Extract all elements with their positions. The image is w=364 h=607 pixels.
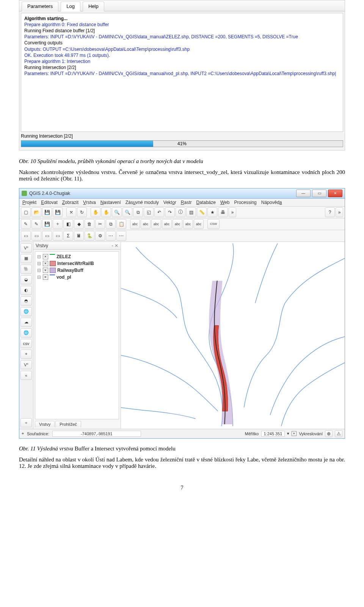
zoom-next-icon[interactable]: ↷ <box>165 207 175 217</box>
bookmark-icon[interactable]: ★ <box>207 207 217 217</box>
menu-rastr[interactable]: Rastr <box>181 200 192 205</box>
log-line: Prepare algorithm 0: Fixed distance buff… <box>24 22 340 28</box>
help-icon[interactable]: ? <box>325 207 335 217</box>
add-feature-icon[interactable]: ＋ <box>53 219 63 229</box>
maximize-button[interactable]: ▭ <box>312 190 326 197</box>
scale-dropdown-icon[interactable]: ▾ <box>287 431 289 436</box>
label-icon[interactable]: abc <box>173 219 182 229</box>
layer-row[interactable]: ⊟✕ RailwayBuff <box>37 267 117 274</box>
menubar: Projekt Editovat Zobrazit Vrstva Nastave… <box>19 199 345 207</box>
add-csv-icon[interactable]: csv <box>20 339 32 348</box>
save-icon[interactable]: 💾 <box>42 207 52 217</box>
map-canvas[interactable] <box>121 242 345 429</box>
label-icon[interactable]: abc <box>151 219 161 229</box>
menu-projekt[interactable]: Projekt <box>22 200 36 205</box>
add-wms-icon[interactable]: 🌐 <box>20 307 32 316</box>
add-gpx-icon[interactable]: ⌖ <box>20 350 32 359</box>
edit-icon[interactable]: ✎ <box>21 219 31 229</box>
deselect-icon[interactable]: ▭ <box>53 231 63 241</box>
render-checkbox[interactable]: ✕ <box>292 431 297 436</box>
copy-icon[interactable]: ⧉ <box>106 219 116 229</box>
menu-vektor[interactable]: Vektor <box>163 200 176 205</box>
tab-log[interactable]: Log <box>61 2 80 11</box>
edit-icon[interactable]: ✎ <box>31 219 41 229</box>
zoom-last-icon[interactable]: ↶ <box>154 207 164 217</box>
menu-databaze[interactable]: Databáze <box>196 200 216 205</box>
more-icon[interactable]: ⋯ <box>106 231 116 241</box>
add-oracle-icon[interactable]: ◓ <box>20 296 32 306</box>
identify-icon[interactable]: ⓘ <box>176 207 185 217</box>
menu-nastaveni[interactable]: Nastavení <box>100 200 121 205</box>
select-icon[interactable]: ▭ <box>21 231 31 241</box>
new-project-icon[interactable]: ▢ <box>21 207 31 217</box>
panel-controls[interactable]: ▫ ✕ <box>111 243 118 248</box>
attribute-table-icon[interactable]: ▤ <box>186 207 196 217</box>
menu-zasuvne[interactable]: Zásuvné moduly <box>126 200 159 205</box>
menu-zobrazit[interactable]: Zobrazit <box>62 200 78 205</box>
layer-row[interactable]: ⊟✕ ZELEZ <box>37 253 117 260</box>
python-icon[interactable]: 🐍 <box>85 231 94 241</box>
new-vector-icon[interactable]: V° <box>20 360 32 369</box>
add-postgis-icon[interactable]: 🐘 <box>20 265 32 274</box>
save-edits-icon[interactable]: 💾 <box>42 219 52 229</box>
label-icon[interactable]: abc <box>183 219 193 229</box>
label-icon[interactable]: abc <box>162 219 172 229</box>
body-paragraph: Nakonec zkontrolujeme výslednou vrstvu. … <box>19 169 345 182</box>
crs-icon[interactable]: ⊕ <box>325 430 333 437</box>
save-as-icon[interactable]: 💾 <box>53 207 63 217</box>
pan-selection-icon[interactable]: ✋ <box>101 207 111 217</box>
tab-help[interactable]: Help <box>83 2 104 11</box>
calc-icon[interactable]: 🖩 <box>74 231 84 241</box>
figure-caption-11: Obr. 11 Výsledná vrstva Buffer a Interse… <box>19 445 345 452</box>
zoom-layer-icon[interactable]: ◱ <box>144 207 154 217</box>
menu-vrstva[interactable]: Vrstva <box>83 200 96 205</box>
label-icon[interactable]: abc <box>194 219 204 229</box>
label-icon[interactable]: abc <box>141 219 151 229</box>
label-icon[interactable]: abc <box>130 219 140 229</box>
menu-editovat[interactable]: Editovat <box>41 200 57 205</box>
tab-vrstvy[interactable]: Vrstvy <box>35 421 55 427</box>
measure-icon[interactable]: 📏 <box>197 207 207 217</box>
add-spatialite-icon[interactable]: ◒ <box>20 275 32 284</box>
pan-icon[interactable]: ✋ <box>91 207 100 217</box>
zoom-out-icon[interactable]: 🔍 <box>122 207 132 217</box>
collapse-icon[interactable]: « <box>20 371 32 380</box>
toolbar-overflow-icon[interactable]: » <box>336 207 343 217</box>
csw-icon[interactable]: CSW <box>207 219 220 229</box>
node-tool-icon[interactable]: ◆ <box>74 219 84 229</box>
layer-row[interactable]: ⊟✕ vod_pl <box>37 274 117 281</box>
add-mssql-icon[interactable]: ◐ <box>20 286 32 295</box>
add-wfs-icon[interactable]: 🌐 <box>20 328 32 337</box>
expand-icon[interactable]: ÷ <box>20 418 32 427</box>
refresh-icon[interactable]: ↻ <box>77 207 87 217</box>
tab-prohlizec[interactable]: Prohlížeč <box>55 421 81 427</box>
zoom-native-icon[interactable]: ⧉ <box>133 207 143 217</box>
toolbar-overflow-icon[interactable]: » <box>229 207 236 217</box>
minimize-button[interactable]: — <box>296 190 311 197</box>
move-feature-icon[interactable]: ◧ <box>63 219 73 229</box>
cut-icon[interactable]: ✂ <box>95 219 105 229</box>
zoom-in-icon[interactable]: 🔍 <box>112 207 122 217</box>
paste-icon[interactable]: 📋 <box>116 219 126 229</box>
processing-icon[interactable]: ⚙ <box>95 231 105 241</box>
more-icon[interactable]: ⋯ <box>116 231 126 241</box>
scale-value[interactable]: 1:245 351 <box>261 431 285 437</box>
select-icon[interactable]: ▭ <box>31 231 41 241</box>
select-icon[interactable]: ▭ <box>42 231 52 241</box>
open-icon[interactable]: 📂 <box>31 207 41 217</box>
messages-icon[interactable]: ⚠ <box>335 430 342 437</box>
add-wcs-icon[interactable]: ☁ <box>20 318 32 327</box>
print-composer-icon[interactable]: 🖶 <box>218 207 228 217</box>
zoom-full-icon[interactable]: ⤧ <box>66 207 76 217</box>
add-vector-icon[interactable]: V° <box>20 243 32 253</box>
layer-row[interactable]: ⊟✕ IntersecWtrRailB <box>37 260 117 267</box>
tab-parameters[interactable]: Parameters <box>22 2 58 11</box>
menu-web[interactable]: Web <box>220 200 229 205</box>
add-raster-icon[interactable]: ▦ <box>20 254 32 263</box>
menu-napoveda[interactable]: Nápověda <box>261 200 282 205</box>
delete-icon[interactable]: 🗑 <box>85 219 94 229</box>
coord-icon: ⌖ <box>22 431 24 436</box>
close-button[interactable]: ✕ <box>328 190 342 197</box>
menu-processing[interactable]: Processing <box>234 200 256 205</box>
stats-icon[interactable]: Σ <box>63 231 73 241</box>
